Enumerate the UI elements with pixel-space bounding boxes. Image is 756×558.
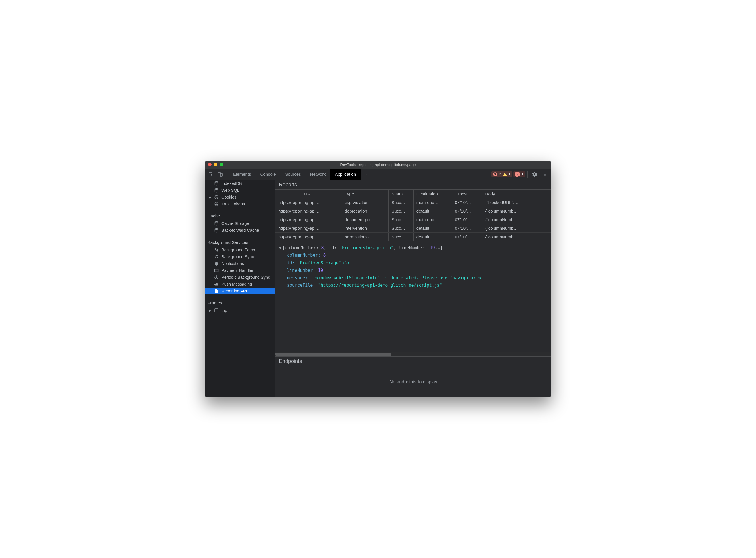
- tab-application[interactable]: Application: [331, 169, 361, 180]
- cell: Succ…: [389, 215, 414, 224]
- sidebar-item[interactable]: ▶Cookies: [205, 194, 275, 201]
- table-row[interactable]: https://reporting-api…interventionSucc…d…: [275, 224, 551, 233]
- separator: [205, 235, 275, 236]
- tabs-overflow-button[interactable]: »: [361, 169, 372, 180]
- svg-point-6: [215, 182, 218, 183]
- more-icon[interactable]: [540, 170, 550, 179]
- sidebar-item[interactable]: IndexedDB: [205, 180, 275, 187]
- body: IndexedDBWeb SQL▶CookiesTrust Tokens Cac…: [205, 180, 551, 398]
- sidebar-item-label: Trust Tokens: [221, 202, 245, 206]
- cell: main-end…: [413, 198, 452, 207]
- close-window-button[interactable]: [208, 163, 212, 166]
- sidebar-item[interactable]: Payment Handler: [205, 267, 275, 274]
- detail-prop: columnNumber: 8: [279, 252, 548, 259]
- cell: deprecation: [342, 207, 389, 215]
- cookie-icon: [214, 195, 219, 199]
- cell: https://reporting-api…: [275, 233, 342, 241]
- minimize-window-button[interactable]: [214, 163, 217, 166]
- device-toolbar-icon[interactable]: [216, 170, 225, 179]
- cell: main-end…: [413, 215, 452, 224]
- svg-point-4: [544, 174, 545, 175]
- sidebar-item[interactable]: ▶top: [205, 307, 275, 314]
- db-icon: [214, 188, 219, 193]
- svg-point-11: [216, 198, 217, 198]
- inspect-element-icon[interactable]: [206, 170, 216, 179]
- cell: https://reporting-api…: [275, 198, 342, 207]
- svg-point-14: [215, 222, 218, 223]
- tab-network[interactable]: Network: [306, 169, 331, 180]
- table-row[interactable]: https://reporting-api…permissions-…Succ……: [275, 233, 551, 241]
- detail-prop: sourceFile: "https://reporting-api-demo.…: [279, 282, 548, 289]
- table-row[interactable]: https://reporting-api…csp-violationSucc……: [275, 198, 551, 207]
- file-icon: [214, 289, 219, 293]
- devtools-window: DevTools - reporting-api-demo.glitch.me/…: [205, 160, 551, 398]
- separator: [528, 171, 528, 178]
- cell: default: [413, 233, 452, 241]
- svg-rect-19: [215, 309, 218, 312]
- expand-caret-icon[interactable]: ▼: [279, 244, 282, 252]
- table-row[interactable]: https://reporting-api…deprecationSucc…de…: [275, 207, 551, 215]
- sidebar-group-title: Frames: [205, 298, 275, 307]
- detail-summary[interactable]: ▼{columnNumber: 8, id: "PrefixedStorageI…: [279, 244, 548, 252]
- window-title: DevTools - reporting-api-demo.glitch.me/…: [205, 162, 551, 167]
- detail-prop: lineNumber: 19: [279, 267, 548, 274]
- cell: {"columnNumb…: [482, 215, 551, 224]
- settings-icon[interactable]: [530, 170, 539, 179]
- db-icon: [214, 228, 219, 233]
- sidebar-item[interactable]: Background Sync: [205, 253, 275, 260]
- tab-console[interactable]: Console: [256, 169, 281, 180]
- sidebar-item-label: Background Fetch: [221, 248, 255, 252]
- cell: Succ…: [389, 198, 414, 207]
- sidebar-item[interactable]: Periodic Background Sync: [205, 274, 275, 281]
- report-detail-view[interactable]: ▼{columnNumber: 8, id: "PrefixedStorageI…: [275, 241, 551, 352]
- sidebar-item-label: Back-forward Cache: [221, 228, 259, 233]
- cell: {"columnNumb…: [482, 224, 551, 233]
- cell: {"blockedURL":…: [482, 198, 551, 207]
- tab-sources[interactable]: Sources: [281, 169, 306, 180]
- main-panel: Reports URLTypeStatusDestinationTimest…B…: [275, 180, 551, 398]
- sidebar-item[interactable]: Web SQL: [205, 187, 275, 194]
- sidebar-item-label: Cache Storage: [221, 221, 249, 226]
- svg-point-15: [215, 229, 218, 230]
- column-header[interactable]: Timest…: [452, 190, 482, 198]
- sidebar-group-title: Background Services: [205, 237, 275, 246]
- cell: default: [413, 224, 452, 233]
- column-header[interactable]: URL: [275, 190, 342, 198]
- reports-header: Reports: [275, 180, 551, 189]
- reports-table: URLTypeStatusDestinationTimest…Body http…: [275, 190, 551, 241]
- separator: [205, 209, 275, 209]
- sidebar-item-label: Cookies: [221, 195, 236, 199]
- warning-icon: [503, 173, 507, 176]
- sidebar-item[interactable]: Back-forward Cache: [205, 227, 275, 234]
- sidebar-item[interactable]: Notifications: [205, 260, 275, 267]
- expand-arrow-icon[interactable]: ▶: [209, 309, 212, 312]
- svg-point-10: [217, 197, 217, 197]
- sidebar-item[interactable]: Trust Tokens: [205, 201, 275, 207]
- sidebar-item-label: Web SQL: [221, 188, 239, 193]
- column-header[interactable]: Status: [389, 190, 414, 198]
- sidebar-item[interactable]: Reporting API: [205, 287, 275, 295]
- scrollbar-thumb[interactable]: [275, 353, 391, 356]
- issues-badge[interactable]: ✕ 1: [513, 171, 525, 177]
- sidebar-item[interactable]: Cache Storage: [205, 220, 275, 227]
- application-sidebar[interactable]: IndexedDBWeb SQL▶CookiesTrust Tokens Cac…: [205, 180, 275, 398]
- sync-icon: [214, 254, 219, 259]
- sidebar-item[interactable]: Background Fetch: [205, 246, 275, 253]
- console-status-badge[interactable]: ✕ 2 1: [491, 171, 512, 177]
- tab-elements[interactable]: Elements: [228, 169, 256, 180]
- cell: {"columnNumb…: [482, 207, 551, 215]
- separator: [205, 296, 275, 297]
- table-row[interactable]: https://reporting-api…document-po…Succ…m…: [275, 215, 551, 224]
- column-header[interactable]: Type: [342, 190, 389, 198]
- column-header[interactable]: Body: [482, 190, 551, 198]
- horizontal-scrollbar[interactable]: [275, 352, 551, 356]
- cell: Succ…: [389, 224, 414, 233]
- zoom-window-button[interactable]: [220, 163, 223, 166]
- sidebar-item-label: Push Messaging: [221, 282, 252, 286]
- column-header[interactable]: Destination: [413, 190, 452, 198]
- sidebar-item-label: Reporting API: [221, 289, 247, 293]
- sidebar-item[interactable]: Push Messaging: [205, 281, 275, 287]
- cell: https://reporting-api…: [275, 215, 342, 224]
- expand-arrow-icon[interactable]: ▶: [209, 196, 212, 199]
- sidebar-item-label: Notifications: [221, 261, 244, 266]
